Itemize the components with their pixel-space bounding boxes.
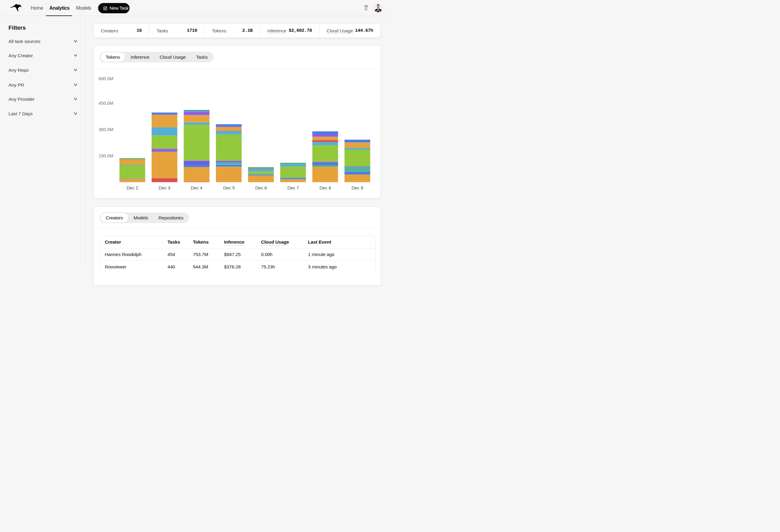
svg-text:Dec 4: Dec 4 <box>191 185 202 190</box>
svg-text:300.0M: 300.0M <box>99 127 113 132</box>
svg-text:Dec 9: Dec 9 <box>351 185 363 190</box>
svg-text:Dec 7: Dec 7 <box>287 185 299 190</box>
svg-text:Dec 5: Dec 5 <box>223 185 235 190</box>
svg-text:Dec 8: Dec 8 <box>320 185 331 190</box>
svg-text:450.0M: 450.0M <box>99 101 113 106</box>
svg-text:150.0M: 150.0M <box>99 153 113 158</box>
svg-text:Dec 3: Dec 3 <box>159 185 170 190</box>
svg-text:Dec 6: Dec 6 <box>255 185 267 190</box>
svg-text:Dec 2: Dec 2 <box>127 185 138 190</box>
svg-text:600.0M: 600.0M <box>99 76 113 81</box>
